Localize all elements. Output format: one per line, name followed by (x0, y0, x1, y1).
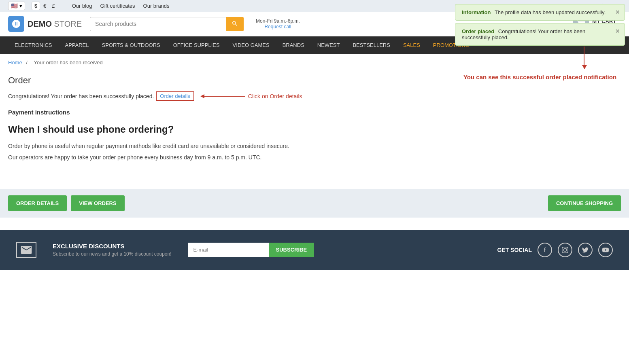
instagram-icon[interactable] (558, 243, 572, 257)
twitter-icon[interactable] (578, 243, 593, 257)
search-wrap (90, 17, 244, 31)
order-confirmation: Congratulations! Your order has been suc… (8, 91, 461, 101)
annotation-arrowhead (582, 65, 587, 69)
breadcrumb-current: Your order has been received (34, 59, 103, 66)
nav-bestsellers[interactable]: BESTSELLERS (346, 36, 397, 54)
header-contact: Mon-Fri 9a.m.-6p.m. Request call (256, 18, 300, 30)
notification-info-label: Information (462, 9, 491, 15)
phone-order-title: When I should use phone ordering? (8, 124, 461, 135)
footer-promo: EXCLUSIVE DISCOUNTS Subscribe to our new… (53, 243, 172, 257)
email-subscribe-input[interactable] (188, 243, 269, 257)
youtube-svg (602, 247, 609, 253)
logo-svg (11, 19, 21, 29)
nav-apparel[interactable]: APPAREL (58, 36, 95, 54)
logo-text: DEMO STORE (28, 19, 82, 29)
currency-gbp[interactable]: £ (49, 2, 57, 10)
nav-electronics[interactable]: ELECTRONICS (8, 36, 58, 54)
breadcrumb-home[interactable]: Home (8, 59, 22, 66)
notification-order: Order placed Congratulations! Your order… (455, 23, 625, 46)
phone-order-text1: Order by phone is useful when regular pa… (8, 142, 461, 150)
action-bar: ORDER DETAILS VIEW ORDERS CONTINUE SHOPP… (0, 189, 629, 218)
social-label: GET SOCIAL (497, 247, 532, 253)
phone-order-text2: Our operators are happy to take your ord… (8, 153, 461, 162)
logo-demo: DEMO (28, 19, 52, 28)
currency-eur[interactable]: € (41, 2, 49, 10)
flag-icon: 🇺🇸 (11, 3, 18, 9)
gift-certificates-link[interactable]: Gift certificates (100, 3, 135, 9)
contact-hours: Mon-Fri 9a.m.-6p.m. (256, 18, 300, 24)
click-arrow (200, 94, 245, 98)
footer: EXCLUSIVE DISCOUNTS Subscribe to our new… (0, 230, 629, 270)
top-bar-links: Our blog Gift certificates Our brands (72, 3, 170, 9)
youtube-icon[interactable] (598, 243, 613, 257)
annotation-line (584, 47, 584, 67)
breadcrumb-sep: / (26, 59, 29, 66)
logo[interactable]: DEMO STORE (8, 16, 82, 32)
footer-social: GET SOCIAL f (497, 243, 613, 257)
twitter-svg (582, 247, 589, 253)
footer-promo-title: EXCLUSIVE DISCOUNTS (53, 243, 172, 250)
nav-brands[interactable]: BRANDS (276, 36, 311, 54)
nav-sales[interactable]: SALES (397, 36, 427, 54)
payment-instructions-title: Payment instructions (8, 109, 461, 116)
request-call-link[interactable]: Request call (264, 24, 291, 30)
subscribe-button[interactable]: SUBSCRIBE (269, 243, 314, 257)
our-blog-link[interactable]: Our blog (72, 3, 92, 9)
notification-order-label: Order placed (462, 28, 494, 34)
notification-info-text: The profile data has been updated succes… (495, 9, 606, 15)
logo-icon (8, 16, 24, 32)
notification-info-close[interactable]: × (615, 8, 620, 16)
notification-info: Information The profile data has been up… (455, 4, 625, 21)
nav-newest[interactable]: NEWEST (311, 36, 346, 54)
view-orders-button[interactable]: VIEW ORDERS (71, 195, 124, 211)
click-annotation-text: Click on Order details (248, 93, 302, 99)
currency-usd[interactable]: $ (32, 2, 40, 10)
click-annotation: Click on Order details (200, 93, 302, 99)
nav-sports[interactable]: SPORTS & OUTDOORS (95, 36, 166, 54)
notification-order-close[interactable]: × (615, 28, 620, 35)
annotation-text: You can see this successful order placed… (455, 73, 625, 81)
click-arrowline (204, 96, 245, 97)
search-input[interactable] (90, 17, 226, 31)
annotation-container: You can see this successful order placed… (455, 51, 625, 81)
footer-subscribe: SUBSCRIBE (188, 243, 314, 257)
logo-store: STORE (54, 19, 82, 28)
search-button[interactable] (226, 17, 244, 31)
instagram-svg (562, 247, 568, 253)
flag-dropdown[interactable]: 🇺🇸 ▾ (8, 2, 25, 10)
order-details-button[interactable]: ORDER DETAILS (8, 195, 67, 211)
confirmation-text: Congratulations! Your order has been suc… (8, 93, 154, 99)
search-icon (232, 20, 238, 27)
order-details-link[interactable]: Order details (156, 91, 193, 101)
page-title: Order (8, 75, 461, 86)
facebook-icon[interactable]: f (538, 243, 552, 257)
currency-buttons: $ € £ (32, 2, 57, 10)
click-arrowhead (200, 94, 204, 98)
envelope-icon (21, 246, 32, 254)
nav-videogames[interactable]: VIDEO GAMES (226, 36, 276, 54)
nav-office[interactable]: OFFICE SUPPLIES (167, 36, 226, 54)
notifications-area: Information The profile data has been up… (455, 4, 625, 81)
main-content: Order Congratulations! Your order has be… (0, 71, 470, 177)
our-brands-link[interactable]: Our brands (143, 3, 170, 9)
footer-promo-text: Subscribe to our news and get a 10% disc… (53, 251, 172, 257)
flag-chevron: ▾ (19, 3, 22, 9)
continue-shopping-button[interactable]: CONTINUE SHOPPING (548, 195, 621, 211)
email-icon (16, 242, 36, 258)
